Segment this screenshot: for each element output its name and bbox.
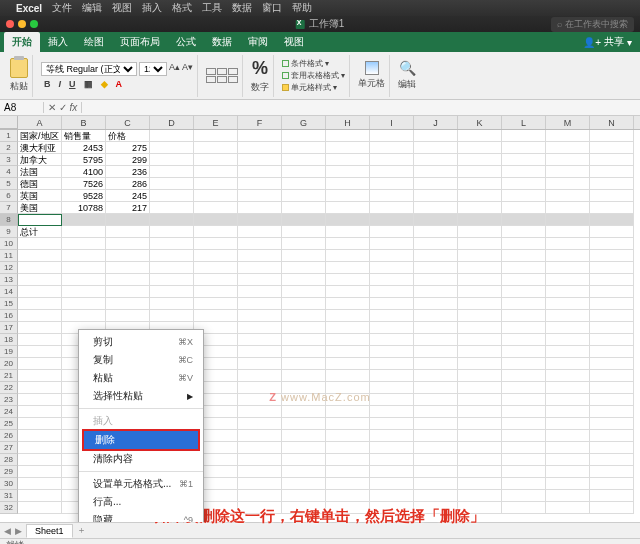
cell[interactable] bbox=[502, 178, 546, 190]
cell[interactable] bbox=[194, 262, 238, 274]
cell[interactable] bbox=[502, 166, 546, 178]
cell[interactable] bbox=[502, 490, 546, 502]
cell[interactable] bbox=[282, 394, 326, 406]
cell[interactable] bbox=[370, 466, 414, 478]
cell[interactable] bbox=[282, 382, 326, 394]
cell[interactable] bbox=[106, 286, 150, 298]
cell[interactable]: 245 bbox=[106, 190, 150, 202]
grid-row[interactable]: 2澳大利亚2453275 bbox=[0, 142, 640, 154]
cell[interactable] bbox=[414, 262, 458, 274]
cell[interactable] bbox=[502, 322, 546, 334]
cell[interactable] bbox=[282, 358, 326, 370]
cell[interactable] bbox=[282, 430, 326, 442]
cell[interactable] bbox=[458, 466, 502, 478]
cell[interactable] bbox=[238, 310, 282, 322]
cell[interactable] bbox=[238, 346, 282, 358]
cell[interactable] bbox=[502, 238, 546, 250]
cell[interactable] bbox=[502, 394, 546, 406]
grid-row[interactable]: 15 bbox=[0, 298, 640, 310]
cell[interactable] bbox=[458, 190, 502, 202]
cell[interactable] bbox=[414, 250, 458, 262]
cell[interactable] bbox=[282, 478, 326, 490]
cell[interactable] bbox=[326, 310, 370, 322]
cell[interactable] bbox=[414, 346, 458, 358]
cell[interactable] bbox=[282, 250, 326, 262]
cell[interactable] bbox=[458, 214, 502, 226]
cell[interactable] bbox=[326, 502, 370, 514]
cell[interactable] bbox=[282, 238, 326, 250]
cell[interactable] bbox=[326, 478, 370, 490]
cell[interactable] bbox=[18, 502, 62, 514]
cell[interactable] bbox=[62, 286, 106, 298]
cell[interactable] bbox=[546, 130, 590, 142]
sheet-nav-next-icon[interactable]: ▶ bbox=[15, 526, 22, 536]
cell[interactable] bbox=[502, 418, 546, 430]
cell[interactable] bbox=[194, 214, 238, 226]
cell[interactable] bbox=[414, 406, 458, 418]
cell[interactable] bbox=[502, 334, 546, 346]
cell[interactable] bbox=[18, 418, 62, 430]
cell[interactable] bbox=[546, 214, 590, 226]
context-menu-item[interactable]: 设置单元格格式...⌘1 bbox=[79, 475, 203, 493]
cell[interactable] bbox=[590, 406, 634, 418]
cell[interactable] bbox=[150, 310, 194, 322]
cell[interactable] bbox=[502, 358, 546, 370]
cell[interactable] bbox=[238, 490, 282, 502]
context-menu-item[interactable]: 选择性粘贴▶ bbox=[79, 387, 203, 405]
tab-review[interactable]: 审阅 bbox=[240, 32, 276, 52]
name-box[interactable]: A8 bbox=[0, 102, 44, 113]
cell[interactable] bbox=[18, 490, 62, 502]
cell[interactable] bbox=[62, 226, 106, 238]
cell[interactable] bbox=[458, 406, 502, 418]
cell[interactable] bbox=[282, 178, 326, 190]
cell[interactable] bbox=[414, 466, 458, 478]
grid-row[interactable]: 4法国4100236 bbox=[0, 166, 640, 178]
cell[interactable] bbox=[326, 346, 370, 358]
tab-home[interactable]: 开始 bbox=[4, 32, 40, 52]
cell[interactable]: 德国 bbox=[18, 178, 62, 190]
cell[interactable] bbox=[370, 274, 414, 286]
cell[interactable] bbox=[502, 286, 546, 298]
close-window-icon[interactable] bbox=[6, 20, 14, 28]
cell[interactable] bbox=[62, 250, 106, 262]
cell[interactable] bbox=[546, 298, 590, 310]
cell[interactable] bbox=[106, 262, 150, 274]
row-header[interactable]: 19 bbox=[0, 346, 18, 358]
grid-row[interactable]: 10 bbox=[0, 238, 640, 250]
cell[interactable] bbox=[546, 382, 590, 394]
cell[interactable] bbox=[414, 358, 458, 370]
cell[interactable] bbox=[590, 166, 634, 178]
cell[interactable] bbox=[414, 178, 458, 190]
cell[interactable] bbox=[590, 226, 634, 238]
spreadsheet-grid[interactable]: A B C D E F G H I J K L M N 1国家/地区销售量价格2… bbox=[0, 116, 640, 522]
cell[interactable] bbox=[18, 238, 62, 250]
format-table-button[interactable]: 套用表格格式 ▾ bbox=[282, 70, 345, 81]
row-header[interactable]: 28 bbox=[0, 454, 18, 466]
menu-insert[interactable]: 插入 bbox=[142, 1, 162, 15]
cell[interactable] bbox=[414, 142, 458, 154]
cell[interactable] bbox=[238, 142, 282, 154]
cell[interactable] bbox=[282, 418, 326, 430]
cell[interactable] bbox=[326, 322, 370, 334]
cell[interactable] bbox=[590, 478, 634, 490]
cell[interactable] bbox=[370, 250, 414, 262]
row-header[interactable]: 25 bbox=[0, 418, 18, 430]
cell[interactable] bbox=[502, 370, 546, 382]
cell[interactable] bbox=[106, 238, 150, 250]
grid-row[interactable]: 11 bbox=[0, 250, 640, 262]
cell[interactable] bbox=[326, 430, 370, 442]
cell[interactable] bbox=[370, 358, 414, 370]
cells-icon[interactable] bbox=[365, 61, 379, 75]
cell[interactable] bbox=[18, 430, 62, 442]
cell[interactable]: 美国 bbox=[18, 202, 62, 214]
cell[interactable] bbox=[546, 286, 590, 298]
cell[interactable] bbox=[546, 370, 590, 382]
cell[interactable] bbox=[414, 394, 458, 406]
cell[interactable] bbox=[458, 418, 502, 430]
cell[interactable] bbox=[18, 382, 62, 394]
cell[interactable] bbox=[326, 178, 370, 190]
cell[interactable] bbox=[326, 286, 370, 298]
cell[interactable] bbox=[414, 274, 458, 286]
cell[interactable] bbox=[282, 346, 326, 358]
cell[interactable] bbox=[370, 394, 414, 406]
